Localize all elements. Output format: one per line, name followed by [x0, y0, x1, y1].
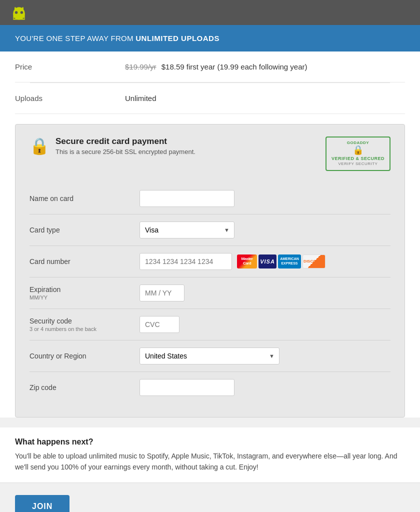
godaddy-badge-top: GODADDY — [332, 140, 384, 145]
godaddy-badge-line1: VERIFIED & SECURED — [332, 156, 384, 162]
card-type-select[interactable]: Visa Mastercard American Express Discove… — [140, 222, 234, 238]
mastercard-logo: Master Card — [237, 254, 257, 268]
banner-prefix: YOU'RE ONE STEP AWAY FROM — [15, 34, 136, 42]
join-button[interactable]: JOIN — [15, 495, 70, 512]
visa-logo: VISA — [258, 254, 276, 268]
expiry-input[interactable] — [140, 284, 184, 302]
svg-rect-4 — [14, 7, 16, 10]
payment-header: 🔒 Secure credit card payment This is a s… — [30, 136, 390, 171]
payment-title: Secure credit card payment — [56, 136, 196, 146]
uploads-row: Uploads Unlimited — [15, 83, 405, 114]
security-code-row: Security code 3 or 4 numbers on the back — [30, 309, 390, 340]
zip-code-input[interactable] — [140, 379, 234, 396]
card-type-row: Card type Visa Mastercard American Expre… — [30, 214, 390, 246]
next-body: You'll be able to upload unlimited music… — [15, 450, 405, 473]
godaddy-lock-icon: 🔒 — [332, 145, 384, 156]
country-select[interactable]: United States Canada United Kingdom Aust… — [140, 348, 280, 364]
godaddy-badge: GODADDY 🔒 VERIFIED & SECURED VERIFY SECU… — [326, 136, 390, 171]
zip-code-control — [140, 379, 390, 396]
amex-logo: AMERICAN EXPRESS — [278, 254, 301, 268]
card-logos: Master Card VISA AMERICAN EXPRESS DISCOV… — [237, 254, 326, 268]
card-number-input[interactable] — [140, 253, 232, 270]
svg-rect-5 — [22, 7, 24, 10]
price-row: Price $19.99/yr $18.59 first year (19.99… — [15, 52, 405, 82]
card-type-label: Card type — [30, 226, 140, 234]
banner-highlight: UNLIMITED UPLOADS — [136, 34, 220, 42]
zip-code-label: Zip code — [30, 384, 140, 392]
mc-line2: Card — [243, 262, 251, 266]
country-control: United States Canada United Kingdom Aust… — [140, 348, 390, 364]
next-section: What happens next? You'll be able to upl… — [0, 428, 420, 483]
discover-logo: DISCOVER — [302, 254, 326, 268]
country-select-wrapper: United States Canada United Kingdom Aust… — [140, 348, 280, 364]
card-number-control: Master Card VISA AMERICAN EXPRESS DISCOV… — [140, 253, 390, 270]
svg-point-3 — [20, 11, 23, 14]
name-on-card-label: Name on card — [30, 194, 140, 202]
promo-banner: YOU'RE ONE STEP AWAY FROM UNLIMITED UPLO… — [0, 25, 420, 52]
name-on-card-input[interactable] — [140, 190, 234, 207]
lock-icon: 🔒 — [30, 136, 50, 156]
price-original: $19.99/yr — [125, 62, 156, 71]
main-content: Price $19.99/yr $18.59 first year (19.99… — [0, 52, 420, 418]
security-code-control — [140, 316, 390, 333]
payment-subtitle: This is a secure 256-bit SSL encrypted p… — [56, 148, 196, 156]
next-title: What happens next? — [15, 438, 405, 446]
svg-rect-1 — [13, 14, 24, 18]
top-navigation — [0, 0, 420, 25]
card-number-row: Card number Master Card VISA AMERICAN EX… — [30, 246, 390, 278]
payment-header-left: 🔒 Secure credit card payment This is a s… — [30, 136, 196, 156]
uploads-label: Uploads — [15, 94, 125, 102]
discover-text: DISCOVER — [304, 259, 324, 264]
amuse-logo-icon — [10, 4, 28, 22]
expiry-control — [140, 284, 390, 302]
card-type-select-wrapper: Visa Mastercard American Express Discove… — [140, 222, 234, 238]
expiry-row: Expiration MM/YY — [30, 278, 390, 309]
expiry-label: Expiration MM/YY — [30, 286, 140, 300]
country-label: Country or Region — [30, 352, 140, 360]
godaddy-badge-line2: VERIFY SECURITY — [332, 162, 384, 166]
zip-code-row: Zip code — [30, 372, 390, 403]
join-section: JOIN — [0, 482, 420, 512]
security-code-label: Security code 3 or 4 numbers on the back — [30, 317, 140, 332]
name-on-card-row: Name on card — [30, 183, 390, 214]
price-current: $18.59 first year (19.99 each following … — [162, 62, 308, 71]
payment-section: 🔒 Secure credit card payment This is a s… — [15, 124, 405, 418]
visa-text: VISA — [260, 258, 275, 264]
svg-point-2 — [15, 11, 18, 14]
card-type-control: Visa Mastercard American Express Discove… — [140, 222, 390, 238]
name-on-card-control — [140, 190, 390, 207]
price-label: Price — [15, 62, 125, 71]
amex-line1: AMERICAN — [280, 257, 299, 261]
country-row: Country or Region United States Canada U… — [30, 340, 390, 372]
security-code-input[interactable] — [140, 316, 180, 333]
price-value: $19.99/yr $18.59 first year (19.99 each … — [125, 62, 308, 71]
amex-line2: EXPRESS — [281, 262, 298, 266]
card-number-label: Card number — [30, 258, 140, 266]
payment-header-text: Secure credit card payment This is a sec… — [56, 136, 196, 156]
uploads-value: Unlimited — [125, 94, 156, 102]
